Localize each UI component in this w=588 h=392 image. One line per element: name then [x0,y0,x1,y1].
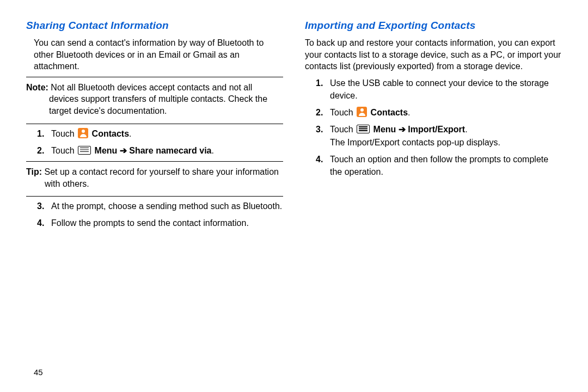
step-bold: Menu [95,146,120,155]
step-subtext: The Import/Export contacts pop-up displa… [330,136,562,149]
intro-paragraph: You can send a contact's information by … [26,37,283,72]
contacts-icon [78,128,88,138]
tip-block: Tip: Set up a contact record for yoursel… [26,165,283,193]
period: . [465,125,467,134]
arrow: ➔ [120,146,127,155]
section-title-import-export: Importing and Exporting Contacts [305,20,562,32]
step-text: Touch [51,129,77,138]
step-text: Touch [51,146,75,155]
step-item: Touch an option and then follow the prom… [318,153,562,178]
menu-icon [357,125,370,133]
step-text: Touch an option and then follow the prom… [330,155,548,176]
step-item: Use the USB cable to connect your device… [318,77,562,102]
step-bold: Contacts [371,108,408,117]
step-text: Use the USB cable to connect your device… [330,78,549,100]
section-title-sharing: Sharing Contact Information [26,20,283,32]
step-bold: Menu [373,125,399,134]
contacts-icon [357,107,367,117]
page-number: 45 [34,367,43,377]
note-block: Note: Not all Bluetooth devices accept c… [26,81,283,120]
step-bold: Import/Export [406,125,465,134]
note-label: Note: [26,83,51,92]
step-text: Touch [330,108,356,117]
step-item: At the prompt, choose a sending method s… [39,200,283,212]
step-text: Touch [330,125,356,134]
divider [26,77,283,77]
step-text: At the prompt, choose a sending method s… [51,201,282,211]
step-bold: Contacts [92,129,129,138]
manual-page: Sharing Contact Information You can send… [0,0,588,250]
step-text: Follow the prompts to send the contact i… [51,218,249,228]
step-bold: Share namecard via [127,146,212,155]
menu-icon [78,146,91,155]
arrow: ➔ [399,125,406,134]
right-column: Importing and Exporting Contacts To back… [305,20,562,234]
divider [26,161,283,162]
divider [26,196,283,197]
period: . [211,146,213,155]
step-item: Touch Menu ➔ Share namecard via. [39,144,283,157]
period: . [408,108,410,117]
step-item: Touch Contacts. [39,127,283,140]
steps-list: Use the USB cable to connect your device… [305,77,562,178]
divider [26,124,283,124]
tip-text: Set up a contact record for yourself to … [44,167,278,188]
steps-list-b: At the prompt, choose a sending method s… [26,200,283,229]
left-column: Sharing Contact Information You can send… [26,20,283,234]
step-item: Follow the prompts to send the contact i… [39,217,283,229]
step-item: Touch Contacts. [318,106,562,119]
tip-label: Tip: [26,167,44,176]
note-text: Not all Bluetooth devices accept contact… [49,83,267,115]
step-item: Touch Menu ➔ Import/Export. The Import/E… [318,123,562,148]
steps-list-a: Touch Contacts. Touch Menu ➔ Share namec… [26,127,283,157]
period: . [129,129,131,138]
intro-paragraph: To back up and restore your contacts inf… [305,37,562,72]
